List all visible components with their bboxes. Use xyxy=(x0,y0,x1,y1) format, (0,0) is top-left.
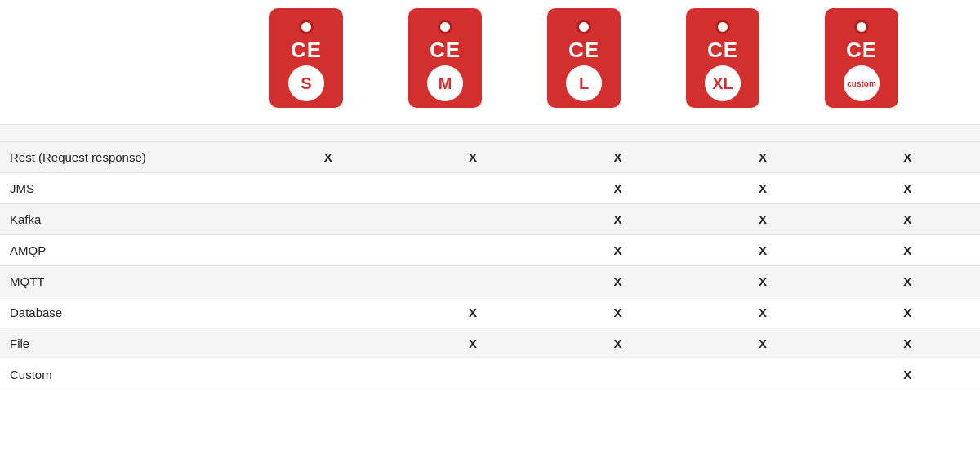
check-cell-5-1: X xyxy=(400,297,545,328)
header-tag-cell-ce-custom xyxy=(835,125,980,142)
table-row: MQTTXXX xyxy=(0,266,980,297)
check-cell-5-2: X xyxy=(546,297,690,328)
tag-body-ce-l: CEL xyxy=(547,8,621,108)
tag-ce-l: CEL xyxy=(547,8,621,108)
tag-size-circle-ce-m: M xyxy=(427,65,463,101)
check-cell-5-0 xyxy=(256,297,400,328)
tag-hole-ce-l xyxy=(577,20,591,34)
feature-cell-3: AMQP xyxy=(0,235,256,266)
check-cell-1-2: X xyxy=(546,173,690,204)
check-cell-5-3: X xyxy=(690,297,835,328)
check-cell-2-2: X xyxy=(546,204,690,235)
feature-cell-6: File xyxy=(0,328,256,359)
check-cell-3-4: X xyxy=(835,235,980,266)
tag-wrapper-ce-custom: CEcustom xyxy=(792,8,931,108)
check-cell-7-3 xyxy=(690,359,835,390)
header-tag-cell-ce-xl xyxy=(690,125,835,142)
feature-cell-7: Custom xyxy=(0,359,256,390)
check-cell-3-3: X xyxy=(690,235,835,266)
feature-header-cell xyxy=(0,125,256,142)
check-cell-0-1: X xyxy=(400,142,545,173)
tag-hole-ce-m xyxy=(438,20,452,34)
feature-cell-5: Database xyxy=(0,297,256,328)
check-cell-0-4: X xyxy=(835,142,980,173)
tag-ce-label-ce-m: CE xyxy=(430,39,461,60)
check-cell-1-4: X xyxy=(835,173,980,204)
check-cell-6-3: X xyxy=(690,328,835,359)
header-tag-cell-ce-l xyxy=(546,125,690,142)
check-cell-6-2: X xyxy=(546,328,690,359)
feature-cell-1: JMS xyxy=(0,173,256,204)
check-cell-1-1 xyxy=(400,173,545,204)
tag-size-label-ce-s: S xyxy=(301,74,311,93)
check-cell-4-4: X xyxy=(835,266,980,297)
tag-wrapper-ce-s: CES xyxy=(237,8,376,108)
tags-row: CESCEMCELCEXLCEcustom xyxy=(0,8,980,108)
check-cell-4-3: X xyxy=(690,266,835,297)
tag-size-label-ce-l: L xyxy=(579,74,589,93)
tag-hole-ce-s xyxy=(299,20,314,34)
tag-wrapper-ce-l: CEL xyxy=(514,8,653,108)
check-cell-0-3: X xyxy=(690,142,835,173)
tag-size-circle-ce-xl: XL xyxy=(705,65,741,101)
check-cell-6-4: X xyxy=(835,328,980,359)
table-row: AMQPXXX xyxy=(0,235,980,266)
comparison-table: Rest (Request response)XXXXXJMSXXXKafkaX… xyxy=(0,124,980,390)
check-cell-2-4: X xyxy=(835,204,980,235)
tag-hole-ce-custom xyxy=(854,20,869,34)
table-row: Rest (Request response)XXXXX xyxy=(0,142,980,173)
check-cell-7-4: X xyxy=(835,359,980,390)
table-row: DatabaseXXXX xyxy=(0,297,980,328)
tag-size-circle-ce-custom: custom xyxy=(844,65,880,101)
tag-ce-m: CEM xyxy=(408,8,482,108)
check-cell-0-2: X xyxy=(546,142,690,173)
check-cell-4-0 xyxy=(256,266,400,297)
check-cell-6-0 xyxy=(256,328,400,359)
tag-ce-label-ce-xl: CE xyxy=(707,39,738,60)
tag-size-label-ce-custom: custom xyxy=(847,79,876,88)
tag-size-label-ce-m: M xyxy=(439,74,452,93)
check-cell-2-1 xyxy=(400,204,545,235)
tag-size-label-ce-xl: XL xyxy=(712,74,733,93)
tag-body-ce-m: CEM xyxy=(408,8,482,108)
tag-wrapper-ce-m: CEM xyxy=(376,8,514,108)
check-cell-1-0 xyxy=(256,173,400,204)
tag-size-circle-ce-s: S xyxy=(288,65,324,101)
check-cell-7-1 xyxy=(400,359,545,390)
tag-ce-label-ce-custom: CE xyxy=(846,39,877,60)
check-cell-1-3: X xyxy=(690,173,835,204)
header-tag-cell-ce-m xyxy=(400,125,545,142)
table-row: JMSXXX xyxy=(0,173,980,204)
check-cell-6-1: X xyxy=(400,328,545,359)
tag-body-ce-s: CES xyxy=(270,8,343,108)
tag-wrapper-ce-xl: CEXL xyxy=(653,8,792,108)
check-cell-7-0 xyxy=(256,359,400,390)
tag-body-ce-xl: CEXL xyxy=(686,8,760,108)
tag-ce-label-ce-l: CE xyxy=(568,39,599,60)
header-row xyxy=(0,125,980,142)
check-cell-3-0 xyxy=(256,235,400,266)
tag-size-circle-ce-l: L xyxy=(566,65,602,101)
check-cell-3-2: X xyxy=(546,235,690,266)
tag-ce-s: CES xyxy=(270,8,343,108)
check-cell-4-1 xyxy=(400,266,545,297)
check-cell-7-2 xyxy=(546,359,690,390)
feature-cell-0: Rest (Request response) xyxy=(0,142,256,173)
check-cell-5-4: X xyxy=(835,297,980,328)
table-row: FileXXXX xyxy=(0,328,980,359)
check-cell-4-2: X xyxy=(546,266,690,297)
feature-cell-2: Kafka xyxy=(0,204,256,235)
header-tag-cell-ce-s xyxy=(256,125,400,142)
tag-body-ce-custom: CEcustom xyxy=(825,8,898,108)
table-row: CustomX xyxy=(0,359,980,390)
tag-ce-custom: CEcustom xyxy=(825,8,898,108)
check-cell-3-1 xyxy=(400,235,545,266)
check-cell-2-0 xyxy=(256,204,400,235)
tag-hole-ce-xl xyxy=(715,20,730,34)
tag-ce-xl: CEXL xyxy=(686,8,760,108)
table-row: KafkaXXX xyxy=(0,204,980,235)
check-cell-2-3: X xyxy=(690,204,835,235)
main-container: CESCEMCELCEXLCEcustom Rest (Request resp… xyxy=(0,0,980,407)
tag-ce-label-ce-s: CE xyxy=(291,39,322,60)
feature-cell-4: MQTT xyxy=(0,266,256,297)
